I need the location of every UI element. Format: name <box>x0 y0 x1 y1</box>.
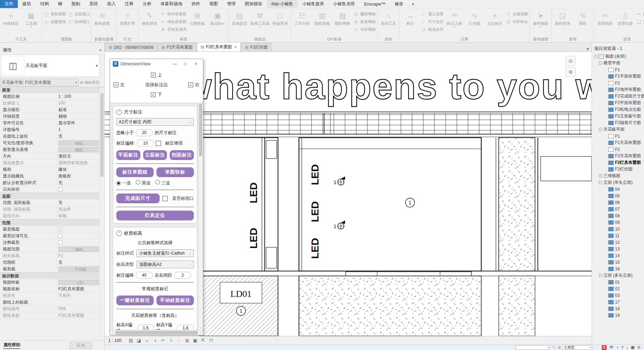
tree-item-F2隔墙尺寸图[interactable]: F2隔墙尺寸图 <box>592 119 644 126</box>
ribbon-button-工具箱[interactable]: ▦工具箱▾ <box>21 9 41 28</box>
ribbon-button-位置调整[interactable]: ✛位置调整 <box>506 11 528 17</box>
onekey-material-tag-button[interactable]: 一键材质标注 <box>116 296 154 305</box>
ribbon-button-标记上移[interactable]: ᵃᵇ标记上移▾ <box>444 9 464 28</box>
ribbon-button-位图收集[interactable]: ⊞位图收集 <box>187 9 207 26</box>
type-preview[interactable]: ◫ 天花板平面 ▾ <box>0 54 100 77</box>
view-tab-F2灯控图[interactable]: ▤F2灯控图 <box>241 43 271 51</box>
property-row[interactable]: 默认分析显示样式无 <box>0 180 104 186</box>
menu-tab-文件[interactable]: 文件 <box>0 0 18 8</box>
tree-item-17[interactable]: 17 <box>592 299 644 305</box>
close-icon[interactable]: × <box>99 48 102 53</box>
ribbon-button-修改材质[interactable]: ✎修改材质 <box>139 9 160 26</box>
ribbon-button-删除网格[interactable]: ⊟删除网格 <box>353 11 376 17</box>
property-row[interactable]: 在图纸上旋转无 <box>0 133 104 140</box>
menu-tab-注释[interactable]: 注释 <box>120 0 138 8</box>
menu-tab-管理[interactable]: 管理 <box>222 0 240 8</box>
dim-offset-input[interactable] <box>137 140 154 147</box>
show-constraints-icon[interactable]: ⊓ <box>207 338 215 343</box>
ribbon-button-删除重复[interactable]: ⚯删除重复 <box>636 11 644 17</box>
sketch-line-dim-button[interactable]: 标注草图线 <box>116 167 154 177</box>
property-row[interactable]: 图形显示选项编辑... <box>0 146 104 153</box>
tree-item-06[interactable]: 06 <box>592 199 644 206</box>
quick-sketch-dim-button[interactable]: 草图快标 <box>156 167 194 177</box>
close-icon[interactable]: × <box>192 61 200 66</box>
menu-tab-dop-小鲮鱼[interactable]: dop-小鲮鱼 <box>267 0 298 8</box>
tree-item-01[interactable]: 01 <box>592 279 644 285</box>
ribbon-button-装饰面层[interactable]: ▤装饰面层 <box>229 9 250 26</box>
ime-help-icon[interactable]: ? <box>621 345 623 350</box>
edit-button[interactable]: <无> <box>58 280 102 285</box>
tree-item-13[interactable]: 13 <box>592 246 644 252</box>
property-row[interactable]: 图纸名称F2灯具布置图 <box>0 312 104 319</box>
visual-style-icon[interactable]: ◪ <box>135 338 142 343</box>
level-x-offset-input[interactable] <box>137 325 154 330</box>
menu-tab-小鲮鱼龙骨[interactable]: 小鲮鱼龙骨 <box>329 0 360 8</box>
tree-item-F1天花布置图[interactable]: F1天花布置图 <box>592 139 644 146</box>
checkbox-left[interactable]: ✓ <box>114 82 118 87</box>
tree-item-F2灯控图[interactable]: F2灯控图 <box>592 166 644 173</box>
ribbon-button-恢复网格[interactable]: ⊕恢复网格 <box>353 19 376 25</box>
property-row[interactable]: 相关性不相关 <box>0 292 104 299</box>
checkbox[interactable] <box>58 234 63 238</box>
property-row[interactable]: 视图名称F2灯具布置图 <box>0 286 104 292</box>
menu-tab-附加模块[interactable]: 附加模块 <box>240 0 267 8</box>
steering-wheel-icon[interactable]: ◎ <box>566 56 576 66</box>
zoom-control-icon[interactable]: ⊕ <box>566 67 576 77</box>
ignore-size-input[interactable] <box>136 129 153 136</box>
ime-skin-icon[interactable]: ✿ <box>637 345 641 350</box>
enhance-checkbox[interactable] <box>156 141 161 146</box>
tree-item-02[interactable]: 02 <box>592 285 644 292</box>
property-row[interactable]: 规程建筑 <box>0 166 104 173</box>
property-row[interactable]: 比例值 1:100 <box>0 100 104 107</box>
ribbon-button-空材质填充[interactable]: ❖空材质填充 <box>160 26 186 33</box>
ribbon-button-影响参数[interactable]: ≋影响参数 <box>92 9 112 26</box>
property-row[interactable]: 视图比例1 : 100 <box>0 93 104 100</box>
property-row[interactable]: 图纸上的标题 <box>0 299 104 306</box>
dimensionview-dialog[interactable]: R DimensionView — □ × ✓ 上 ✓ 左 选择标注边 ✓ 右 <box>110 59 203 335</box>
ime-mode-icon[interactable]: ◔ <box>616 345 619 350</box>
edit-button[interactable]: 不剪裁 <box>58 267 102 272</box>
tree-item-18[interactable]: 18 <box>592 305 644 312</box>
property-row[interactable]: 相关标高F2 <box>0 253 104 259</box>
ime-chinese-icon[interactable]: 中 <box>609 345 613 350</box>
dialog-title-bar[interactable]: R DimensionView — □ × <box>110 59 203 68</box>
tree-item-11[interactable]: 11 <box>592 232 644 239</box>
temporary-view-properties-icon[interactable]: ▣ <box>191 338 199 343</box>
checkbox-bottom[interactable]: ✓ <box>151 92 156 97</box>
ribbon-button-避让清零[interactable]: ⌐避让清零 <box>421 11 444 17</box>
tree-item-F2灯具布置图[interactable]: F2灯具布置图 <box>592 159 644 166</box>
ribbon-button-自由视口[interactable]: ◰自由视口 <box>67 19 90 25</box>
view-tab-F2天花布置图[interactable]: ▤F2天花布置图 <box>158 43 196 51</box>
menu-tab-视图[interactable]: 视图 <box>205 0 222 8</box>
reveal-hidden-elements-icon[interactable]: ◍ <box>183 338 191 343</box>
workset-dropdown[interactable]: ▾ <box>515 345 550 350</box>
tree-item-15[interactable]: 15 <box>592 259 644 265</box>
ribbon-button-面积查询[interactable]: ◲面积查询 <box>552 9 573 26</box>
detail-level-icon[interactable]: ▤ <box>127 338 134 343</box>
ribbon-button-点位标注[interactable]: ⌖点位标注 <box>485 9 505 26</box>
plan-dim-button[interactable]: 平面标注 <box>116 150 140 160</box>
ribbon-button-随机面板[interactable]: ▥随机面板 <box>312 9 332 26</box>
expand-icon[interactable]: + <box>599 174 602 177</box>
properties-section-范围[interactable]: 范围⌃ <box>0 219 104 226</box>
menu-tab-修改[interactable]: 修改 <box>390 0 408 8</box>
fixture-locate-button[interactable]: 灯具定位 <box>116 211 194 220</box>
property-row[interactable]: 裁剪视图✓ <box>0 226 104 233</box>
ribbon-button-快速开洞[interactable]: ◻快速开洞 <box>270 9 290 26</box>
properties-scrollbar[interactable] <box>99 88 104 334</box>
ribbon-button-复制视图[interactable]: ◫复制视图 <box>44 11 66 17</box>
tree-item-视图 (全部)[interactable]: −视图 (全部) <box>592 53 644 60</box>
ribbon-button-框选合并[interactable]: ⊡框选合并 <box>421 26 444 33</box>
property-row[interactable]: 日光路径 <box>0 186 104 193</box>
property-row[interactable]: 视图样板<无> <box>0 279 104 286</box>
apply-button[interactable]: 应用 <box>69 342 92 349</box>
level-type-dropdown[interactable]: 顶面标高A2⌄ <box>137 261 194 268</box>
tree-item-F2立面索引图[interactable]: F2立面索引图 <box>592 113 644 119</box>
tree-item-04[interactable]: 04 <box>592 186 644 192</box>
section-dim-button[interactable]: 剖面标注 <box>170 150 194 160</box>
tree-item-14[interactable]: 14 <box>592 252 644 259</box>
ribbon-button-构件材质刷[interactable]: ✐构件材质刷 <box>160 11 186 17</box>
property-row[interactable]: 详图编号1 <box>0 126 104 133</box>
ribbon-button-尺寸合并[interactable]: ⊢尺寸合并 <box>421 19 444 25</box>
tree-item-三维视图[interactable]: +三维视图 <box>592 173 644 179</box>
